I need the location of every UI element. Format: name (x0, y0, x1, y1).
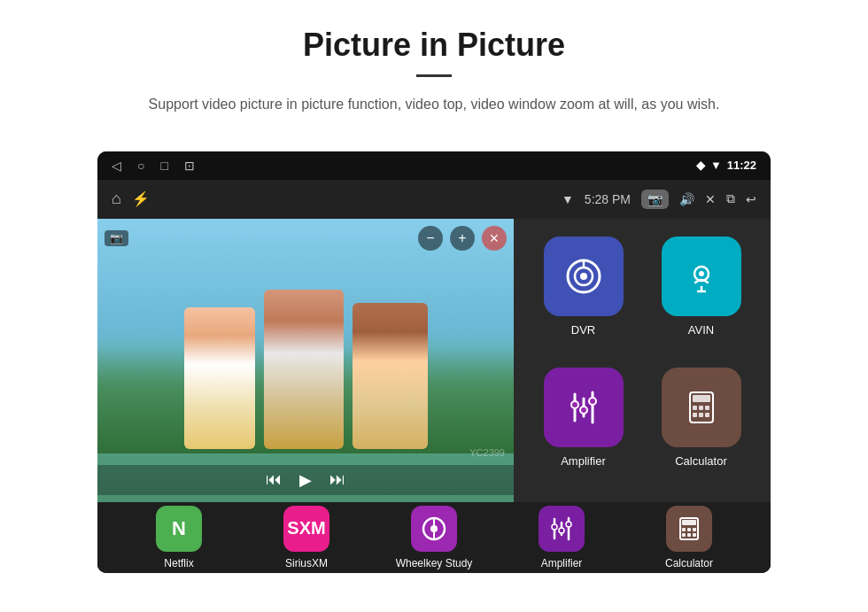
wifi-icon: ▼ (710, 159, 722, 172)
toolbar-camera-icon[interactable]: 📷 (641, 190, 669, 209)
wheelkey-icon (411, 506, 457, 552)
video-people (115, 290, 496, 449)
calculator-label: Calculator (675, 454, 727, 468)
title-divider (416, 74, 452, 77)
usb-icon: ⚡ (132, 190, 150, 207)
svg-rect-36 (693, 528, 696, 531)
netflix-label: Netflix (164, 557, 193, 569)
bottom-amplifier[interactable]: Amplifier (517, 506, 606, 569)
status-indicators: ◆ ▼ 11:22 (696, 159, 756, 172)
toolbar-volume-icon[interactable]: 🔊 (679, 192, 694, 206)
nav-screen-icon[interactable]: ⊡ (184, 159, 195, 173)
pip-video[interactable]: 📷 − + ✕ ⏮ ▶ ⏭ YC2399 (97, 219, 514, 502)
calculator-icon (679, 385, 724, 430)
page-subtitle: Support video picture in picture functio… (97, 93, 771, 116)
bottom-calculator-label: Calculator (665, 557, 713, 569)
app-grid-right: DVR AVIN (514, 219, 771, 502)
bottom-amplifier-label: Amplifier (541, 557, 583, 569)
status-time: 11:22 (727, 159, 756, 172)
avin-icon (679, 254, 724, 298)
bottom-app-bar: N Netflix SXM SiriusXM (97, 502, 771, 573)
svg-rect-18 (705, 406, 709, 410)
status-bar: ◁ ○ □ ⊡ ◆ ▼ 11:22 (97, 151, 771, 180)
next-button[interactable]: ⏭ (329, 470, 345, 489)
app-amplifier[interactable]: Amplifier (531, 368, 635, 484)
toolbar-time: 5:28 PM (585, 192, 631, 206)
bottom-calculator-icon (666, 506, 712, 552)
home-icon[interactable]: ⌂ (112, 190, 121, 208)
calculator-icon-box (662, 368, 741, 447)
svg-rect-19 (693, 413, 697, 417)
pip-controls-bar: 📷 − + ✕ (105, 226, 507, 251)
svg-rect-34 (682, 528, 686, 531)
avin-label: AVIN (688, 323, 714, 337)
toolbar-right: ▼ 5:28 PM 📷 🔊 ✕ ⧉ ↩ (562, 190, 756, 209)
pip-playback: ⏮ ▶ ⏭ (97, 465, 514, 495)
siriusxm-icon: SXM (283, 506, 329, 552)
amplifier-bottom-svg (547, 515, 576, 543)
svg-rect-33 (682, 520, 696, 525)
siriusxm-label: SiriusXM (285, 557, 328, 569)
calculator-bottom-svg (675, 515, 703, 543)
svg-point-23 (430, 525, 438, 532)
app-calculator[interactable]: Calculator (649, 368, 753, 484)
toolbar-close-icon[interactable]: ✕ (705, 192, 716, 206)
svg-point-11 (571, 401, 578, 408)
svg-rect-37 (682, 533, 686, 537)
amplifier-label: Amplifier (561, 454, 606, 468)
svg-rect-39 (693, 533, 696, 537)
svg-rect-20 (699, 413, 703, 417)
pip-close-button[interactable]: ✕ (482, 226, 507, 251)
dvr-label: DVR (571, 323, 595, 337)
pip-plus-button[interactable]: + (450, 226, 475, 251)
watermark: YC2399 (469, 447, 505, 458)
header-section: Picture in Picture Support video picture… (0, 0, 868, 134)
app-toolbar: ⌂ ⚡ ▼ 5:28 PM 📷 🔊 ✕ ⧉ ↩ (97, 180, 771, 219)
toolbar-copy-icon[interactable]: ⧉ (726, 191, 735, 206)
prev-button[interactable]: ⏮ (266, 470, 282, 489)
nav-home-icon[interactable]: ○ (137, 159, 144, 173)
svg-rect-15 (693, 395, 710, 402)
nav-buttons: ◁ ○ □ ⊡ (112, 159, 195, 173)
device-frame: ◁ ○ □ ⊡ ◆ ▼ 11:22 ⌂ ⚡ ▼ 5:28 PM 📷 🔊 ✕ ⧉ … (97, 151, 771, 573)
play-button[interactable]: ▶ (299, 470, 312, 490)
wheelkey-label: Wheelkey Study (396, 557, 473, 569)
amplifier-icon (562, 385, 606, 430)
page-title: Picture in Picture (53, 27, 815, 64)
nav-recent-icon[interactable]: □ (160, 159, 167, 173)
nav-back-icon[interactable]: ◁ (112, 159, 121, 173)
toolbar-wifi-icon: ▼ (562, 192, 574, 206)
bottom-siriusxm[interactable]: SXM SiriusXM (262, 506, 351, 569)
svg-rect-17 (699, 406, 703, 410)
svg-point-31 (566, 522, 571, 527)
app-dvr[interactable]: DVR (531, 236, 635, 353)
person-2 (264, 290, 344, 449)
app-content: 📷 − + ✕ ⏮ ▶ ⏭ YC2399 (97, 219, 771, 573)
bottom-wheelkey[interactable]: Wheelkey Study (390, 506, 478, 569)
bottom-netflix[interactable]: N Netflix (135, 506, 223, 569)
toolbar-back-icon[interactable]: ↩ (746, 192, 756, 206)
svg-rect-16 (693, 406, 697, 410)
amplifier-icon-box (544, 368, 624, 447)
pip-minus-button[interactable]: − (418, 226, 443, 251)
person-3 (353, 303, 428, 449)
bottom-amplifier-icon (539, 506, 585, 552)
svg-point-12 (580, 407, 587, 414)
avin-icon-box (662, 236, 741, 316)
svg-point-13 (589, 398, 596, 405)
person-1 (184, 307, 255, 449)
svg-rect-38 (687, 533, 691, 537)
pip-camera-icon: 📷 (105, 230, 128, 246)
location-icon: ◆ (696, 159, 705, 172)
svg-rect-21 (705, 413, 709, 417)
wheelkey-svg (420, 515, 448, 543)
svg-point-29 (552, 524, 557, 530)
bottom-calculator[interactable]: Calculator (645, 506, 733, 569)
svg-point-2 (580, 273, 587, 280)
main-area: 📷 − + ✕ ⏮ ▶ ⏭ YC2399 (97, 219, 771, 502)
app-avin[interactable]: AVIN (649, 236, 753, 353)
pip-resize-controls: − + ✕ (418, 226, 507, 251)
dvr-icon-box (544, 236, 624, 316)
svg-point-30 (559, 528, 564, 533)
netflix-icon: N (156, 506, 202, 552)
